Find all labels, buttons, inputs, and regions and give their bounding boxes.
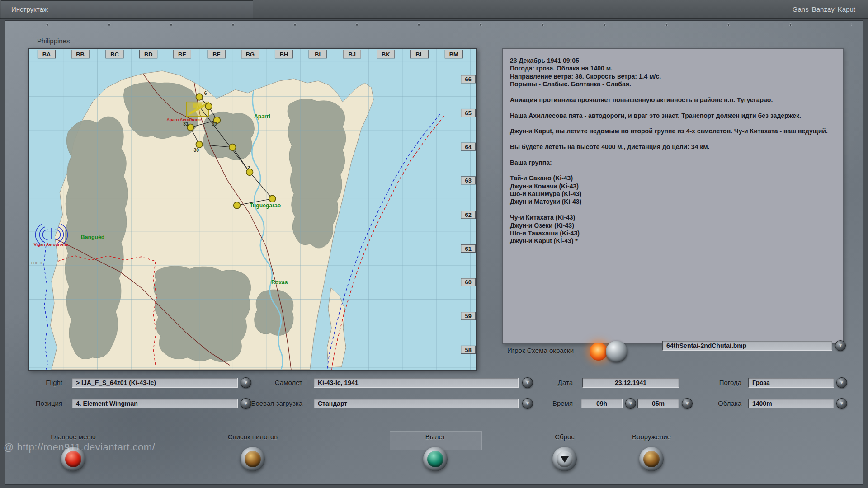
grid-row-label: 59 bbox=[465, 313, 471, 319]
loadout-label: Боевая загрузка bbox=[222, 399, 302, 408]
time-minutes-value: 05m bbox=[652, 400, 665, 407]
arming-button[interactable]: Вооружение bbox=[606, 433, 697, 471]
tab-briefing[interactable]: Инструктаж bbox=[1, 0, 253, 19]
briefing-panel: 23 Декабрь 1941 09:05 Погода: гроза. Обл… bbox=[502, 48, 844, 344]
fly-knob-icon[interactable] bbox=[423, 447, 448, 471]
date-label: Дата bbox=[519, 378, 573, 388]
grid-column-label: BK bbox=[382, 51, 390, 58]
chevron-down-icon: ▼ bbox=[628, 401, 633, 406]
fly-button[interactable]: Вылет bbox=[390, 433, 481, 471]
grid-row-label: 63 bbox=[465, 177, 471, 184]
tab-briefing-label: Инструктаж bbox=[11, 1, 253, 18]
rivet-icons bbox=[16, 23, 852, 27]
amber-lamp-icon bbox=[245, 451, 261, 467]
pilot-list-button[interactable]: Список пилотов bbox=[208, 433, 298, 471]
arrow-down-icon bbox=[561, 456, 569, 463]
grid-column-label: BF bbox=[212, 51, 220, 58]
time-hours-field[interactable]: 09h bbox=[581, 399, 623, 408]
paint-scheme-dropdown-button[interactable]: ▼ bbox=[835, 340, 846, 351]
weather-value: Гроза bbox=[752, 379, 770, 386]
briefing-map[interactable]: 6 32 31 30 2 Aparri Tuguegarao Banguéd bbox=[29, 49, 476, 370]
aerodrome-label-aparri: Aparri Aerodrome bbox=[167, 117, 202, 122]
weather-dropdown-button[interactable]: ▼ bbox=[836, 377, 847, 388]
arming-knob-icon[interactable] bbox=[639, 447, 664, 471]
time-minutes-field[interactable]: 05m bbox=[637, 399, 679, 408]
chevron-down-icon: ▼ bbox=[840, 380, 844, 385]
aircraft-select[interactable]: Ki-43-Ic, 1941 bbox=[314, 378, 519, 388]
paint-scheme-value: 64thSentai-2ndChutai.bmp bbox=[666, 342, 746, 349]
grid-row-label: 62 bbox=[465, 211, 471, 218]
date-field[interactable]: 23.12.1941 bbox=[582, 378, 679, 388]
aircraft-label: Самолет bbox=[222, 378, 302, 388]
grid-column-label: BD bbox=[144, 51, 153, 58]
city-label-aparri: Aparri bbox=[254, 113, 270, 120]
map-container[interactable]: 6 32 31 30 2 Aparri Tuguegarao Banguéd bbox=[28, 48, 477, 371]
grid-row-label: 66 bbox=[465, 76, 471, 83]
time-hours-dropdown-button[interactable]: ▼ bbox=[625, 398, 636, 409]
paint-scheme-label: Игрок Схема окраски bbox=[507, 347, 574, 354]
toggle-lamp-icon bbox=[590, 343, 608, 361]
waypoint-number: 32 bbox=[212, 122, 217, 127]
weather-select[interactable]: Гроза bbox=[748, 378, 834, 388]
green-lamp-icon bbox=[427, 451, 443, 467]
position-value: 4. Element Wingman bbox=[76, 400, 138, 407]
loadout-value: Стандарт bbox=[318, 400, 347, 407]
flight-label: Flight bbox=[12, 378, 62, 388]
reset-button[interactable]: Сброс bbox=[519, 433, 610, 471]
fly-label: Вылет bbox=[390, 433, 481, 442]
paint-scheme-field[interactable]: 64thSentai-2ndChutai.bmp bbox=[662, 341, 832, 351]
grid-column-label: BJ bbox=[348, 51, 355, 58]
pilot-list-label: Список пилотов bbox=[208, 433, 298, 442]
time-label: Время bbox=[519, 399, 573, 408]
amber-lamp-icon bbox=[643, 451, 660, 467]
map-scale-mark: 600.0 bbox=[31, 260, 42, 265]
city-label-bangued: Banguéd bbox=[81, 234, 104, 240]
paint-scheme-toggle[interactable] bbox=[588, 340, 635, 362]
flight-value: > IJA_F_S_64z01 (Ki-43-Ic) bbox=[76, 379, 156, 386]
top-bar: Инструктаж Gans 'Banzay' Kaput bbox=[0, 0, 868, 19]
reset-knob-icon[interactable] bbox=[552, 447, 577, 471]
map-region-label: Philippines bbox=[37, 37, 70, 45]
reset-label: Сброс bbox=[519, 433, 610, 442]
clouds-dropdown-button[interactable]: ▼ bbox=[836, 398, 847, 409]
grid-column-label: BE bbox=[178, 51, 186, 58]
briefing-text: 23 Декабрь 1941 09:05 Погода: гроза. Обл… bbox=[503, 49, 843, 253]
grid-row-label: 65 bbox=[465, 110, 471, 117]
red-lamp-icon bbox=[65, 451, 81, 467]
city-label-tuguegarao: Tuguegarao bbox=[250, 202, 281, 209]
loadout-select[interactable]: Стандарт bbox=[314, 399, 519, 408]
flight-select[interactable]: > IJA_F_S_64z01 (Ki-43-Ic) bbox=[72, 378, 238, 388]
grid-row-label: 60 bbox=[465, 279, 471, 286]
chevron-down-icon: ▼ bbox=[838, 343, 843, 348]
main-menu-button[interactable]: Главное меню bbox=[28, 433, 118, 471]
player-name: Gans 'Banzay' Kaput bbox=[793, 0, 855, 19]
grid-row-label: 61 bbox=[465, 245, 471, 252]
clouds-select[interactable]: 1400m bbox=[748, 399, 834, 408]
main-panel: Philippines bbox=[5, 20, 863, 485]
position-label: Позиция bbox=[12, 399, 62, 408]
main-menu-label: Главное меню bbox=[28, 433, 118, 442]
clouds-value: 1400m bbox=[752, 400, 772, 407]
grid-column-label: BB bbox=[76, 51, 85, 58]
waypoint-number: 31 bbox=[183, 122, 189, 127]
grid-column-label: BL bbox=[415, 51, 423, 58]
grid-column-label: BM bbox=[449, 51, 458, 58]
date-value: 23.12.1941 bbox=[615, 379, 646, 386]
arming-label: Вооружение bbox=[606, 433, 697, 442]
grid-column-label: BH bbox=[280, 51, 288, 58]
pilot-list-knob-icon[interactable] bbox=[241, 447, 265, 471]
city-label-roxas: Roxas bbox=[271, 279, 288, 286]
clouds-label: Облака bbox=[687, 399, 741, 408]
position-select[interactable]: 4. Element Wingman bbox=[72, 399, 238, 408]
grid-column-label: BA bbox=[42, 51, 51, 58]
grid-column-label: BG bbox=[246, 51, 255, 58]
weather-label: Погода bbox=[687, 378, 741, 388]
grid-column-label: BI bbox=[315, 51, 321, 58]
app-window: Инструктаж Gans 'Banzay' Kaput Philippin… bbox=[0, 0, 868, 488]
waypoint-number: 30 bbox=[194, 148, 199, 153]
aerodrome-label-vigan: Vigan Aerodrome bbox=[34, 242, 68, 247]
reset-arrow-lens bbox=[557, 451, 573, 467]
main-menu-knob-icon[interactable] bbox=[61, 447, 85, 471]
grid-row-label: 64 bbox=[465, 144, 472, 150]
grid-column-label: BC bbox=[110, 51, 119, 58]
